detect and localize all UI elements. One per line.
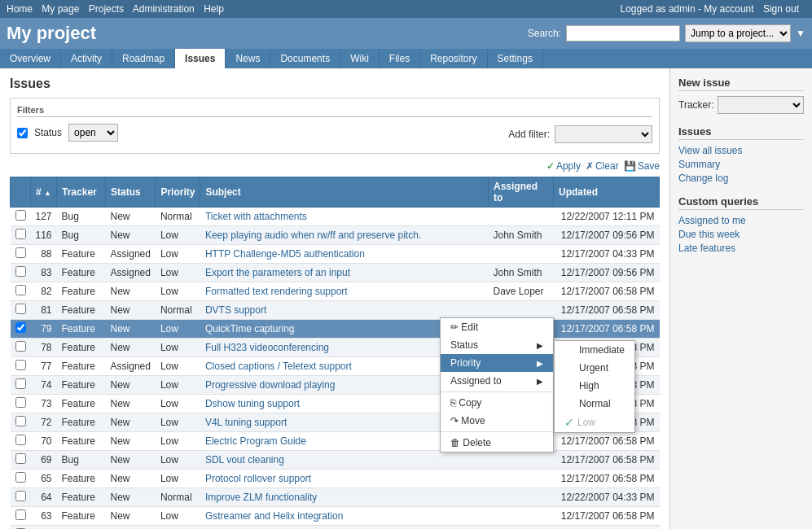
row-id: 73 <box>31 395 57 413</box>
row-checkbox[interactable] <box>15 416 26 426</box>
priority-high[interactable]: High <box>555 377 634 395</box>
content-area: Issues Filters Status open closed all Ad… <box>0 68 669 529</box>
row-checkbox[interactable] <box>15 304 26 314</box>
tab-issues[interactable]: Issues <box>175 49 226 68</box>
issue-link[interactable]: Gstreamer and Helix integration <box>205 510 343 522</box>
th-priority[interactable]: Priority <box>156 177 200 208</box>
row-id: 69 <box>31 451 57 470</box>
row-checkbox[interactable] <box>15 285 26 295</box>
issue-link[interactable]: Protocol rollover support <box>205 473 311 484</box>
issue-link[interactable]: Electric Program Guide <box>205 435 306 447</box>
search-input[interactable] <box>566 25 680 42</box>
row-checkbox[interactable] <box>15 378 26 389</box>
issue-link[interactable]: V4L tuning support <box>205 417 287 428</box>
ctx-status[interactable]: Status ▶ <box>441 336 553 354</box>
tab-activity[interactable]: Activity <box>61 49 112 68</box>
issue-link[interactable]: Progressive download playing <box>205 379 335 391</box>
context-menu: ✏ Edit Status ▶ Priority ▶ Assigned to ▶… <box>440 317 554 452</box>
row-checkbox[interactable] <box>15 322 26 333</box>
my-account-link[interactable]: My account <box>704 3 753 15</box>
table-row: 88 Feature Assigned Low HTTP Challenge-M… <box>11 245 660 264</box>
nav-help[interactable]: Help <box>204 3 224 15</box>
tab-files[interactable]: Files <box>380 49 420 68</box>
jump-to-project-select[interactable]: Jump to a project... <box>685 24 791 42</box>
issue-link[interactable]: QuickTime capturing <box>205 323 295 334</box>
apply-button[interactable]: ✓ Apply <box>546 160 581 172</box>
row-checkbox-cell <box>11 376 31 395</box>
tab-repository[interactable]: Repository <box>420 49 487 68</box>
row-checkbox[interactable] <box>15 341 26 352</box>
view-all-issues-link[interactable]: View all issues <box>678 145 804 156</box>
issue-link[interactable]: Improve ZLM functionality <box>205 492 317 503</box>
th-subject[interactable]: Subject <box>200 177 489 208</box>
tab-wiki[interactable]: Wiki <box>340 49 380 68</box>
tab-settings[interactable]: Settings <box>488 49 543 68</box>
row-checkbox[interactable] <box>15 453 26 464</box>
th-id[interactable]: # ▲ <box>31 177 57 208</box>
row-checkbox[interactable] <box>15 491 26 501</box>
status-filter-select[interactable]: open closed all <box>68 124 118 142</box>
priority-immediate[interactable]: Immediate <box>555 341 634 359</box>
sign-out-link[interactable]: Sign out <box>763 3 799 15</box>
row-checkbox[interactable] <box>15 509 26 520</box>
row-checkbox[interactable] <box>15 435 26 445</box>
tab-overview[interactable]: Overview <box>0 49 61 68</box>
priority-low[interactable]: ✓ Low <box>555 413 634 432</box>
th-updated[interactable]: Updated <box>554 177 660 208</box>
filters-box: Filters Status open closed all Add filte… <box>10 98 660 154</box>
row-checkbox[interactable] <box>15 247 26 258</box>
issue-link[interactable]: DVTS support <box>205 304 266 316</box>
row-checkbox[interactable] <box>15 472 26 483</box>
issue-link[interactable]: Dshow tuning support <box>205 398 300 409</box>
issue-link[interactable]: Keep playing audio when rw/ff and preser… <box>205 230 421 241</box>
tab-documents[interactable]: Documents <box>270 49 340 68</box>
issue-link[interactable]: Formatted text rendering support <box>205 286 348 297</box>
row-assigned: John Smith <box>489 264 554 282</box>
tracker-select[interactable]: Bug Feature Support <box>718 96 804 114</box>
change-log-link[interactable]: Change log <box>678 173 804 184</box>
nav-projects[interactable]: Projects <box>89 3 124 15</box>
save-button[interactable]: 💾 Save <box>624 160 660 172</box>
ctx-delete[interactable]: 🗑 Delete <box>441 434 553 452</box>
issue-link[interactable]: Full H323 videoconferencing <box>205 342 329 353</box>
ctx-copy[interactable]: ⎘ Copy <box>441 394 553 412</box>
tab-news[interactable]: News <box>226 49 270 68</box>
table-row: 127 Bug New Normal Ticket with attachmen… <box>11 208 660 226</box>
row-checkbox[interactable] <box>15 229 26 239</box>
th-tracker[interactable]: Tracker <box>57 177 106 208</box>
status-filter-checkbox[interactable] <box>17 128 28 138</box>
add-filter-select[interactable]: Tracker Priority Assigned to <box>555 125 652 143</box>
ctx-priority[interactable]: Priority ▶ <box>441 354 553 372</box>
row-checkbox[interactable] <box>15 266 26 277</box>
assigned-to-me-link[interactable]: Assigned to me <box>678 215 804 226</box>
nav-administration[interactable]: Administration <box>133 3 195 15</box>
row-status: New <box>106 395 156 413</box>
summary-link[interactable]: Summary <box>678 159 804 170</box>
nav-mypage[interactable]: My page <box>42 3 79 15</box>
top-nav: Home My page Projects Administration Hel… <box>0 0 812 18</box>
ctx-assigned-to[interactable]: Assigned to ▶ <box>441 372 553 390</box>
tab-roadmap[interactable]: Roadmap <box>112 49 175 68</box>
nav-home[interactable]: Home <box>7 3 33 15</box>
issue-link[interactable]: Export the parameters of an input <box>205 267 350 278</box>
row-checkbox[interactable] <box>15 360 26 370</box>
row-updated: 12/17/2007 04:33 PM <box>554 245 660 264</box>
clear-button[interactable]: ✗ Clear <box>586 160 619 172</box>
th-status[interactable]: Status <box>106 177 156 208</box>
issue-link[interactable]: Ticket with attachments <box>205 211 307 222</box>
ctx-edit[interactable]: ✏ Edit <box>441 318 553 336</box>
table-row: 62 Feature New Low Gnutella servlet 12/1… <box>11 526 660 530</box>
row-priority: Low <box>156 451 200 470</box>
row-checkbox[interactable] <box>15 397 26 408</box>
priority-urgent[interactable]: Urgent <box>555 359 634 377</box>
late-features-link[interactable]: Late features <box>678 243 804 254</box>
issue-link[interactable]: SDL vout cleaning <box>205 454 284 466</box>
table-row: 83 Feature Assigned Low Export the param… <box>11 264 660 282</box>
th-assigned[interactable]: Assigned to <box>489 177 554 208</box>
ctx-move[interactable]: ↷ Move <box>441 412 553 430</box>
issue-link[interactable]: Closed captions / Teletext support <box>205 361 352 372</box>
issue-link[interactable]: HTTP Challenge-MD5 authentication <box>205 248 365 260</box>
row-checkbox[interactable] <box>15 210 26 221</box>
priority-normal[interactable]: Normal <box>555 395 634 413</box>
due-this-week-link[interactable]: Due this week <box>678 229 804 240</box>
